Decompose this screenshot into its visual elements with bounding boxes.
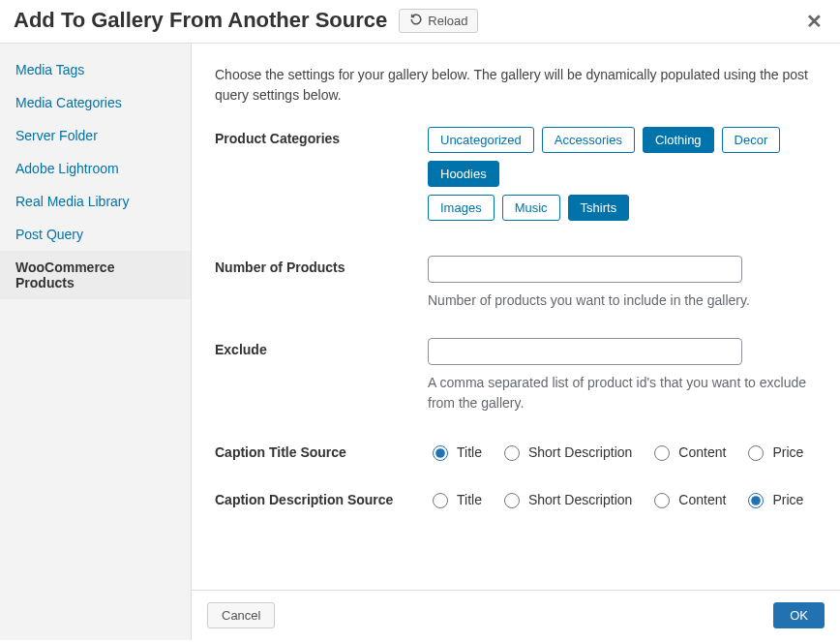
field-caption-title-source: Caption Title Source TitleShort Descript… [215,441,817,461]
sidebar-item-media-categories[interactable]: Media Categories [0,86,191,119]
caption-desc-radio-title[interactable] [433,493,448,508]
form-content: Choose the settings for your gallery bel… [192,44,840,590]
reload-label: Reload [428,14,467,28]
reload-button[interactable]: Reload [399,9,478,33]
sidebar-item-adobe-lightroom[interactable]: Adobe Lightroom [0,152,191,185]
caption-title-option-title[interactable]: Title [428,443,482,461]
category-decor[interactable]: Decor [722,127,781,153]
category-uncategorized[interactable]: Uncategorized [428,127,534,153]
sidebar-item-real-media-library[interactable]: Real Media Library [0,185,191,218]
sidebar: Media TagsMedia CategoriesServer FolderA… [0,44,192,640]
radio-label-text: Title [457,444,482,460]
field-label: Caption Description Source [215,488,428,507]
radio-label-text: Short Description [528,444,632,460]
sidebar-item-server-folder[interactable]: Server Folder [0,119,191,152]
caption-title-radio-price[interactable] [748,445,764,461]
caption-title-option-price[interactable]: Price [743,443,803,461]
category-images[interactable]: Images [428,195,495,221]
field-body: UncategorizedAccessoriesClothingDecorHoo… [428,127,817,229]
field-product-categories: Product Categories UncategorizedAccessor… [215,127,817,229]
caption-desc-radio-content[interactable] [654,493,670,508]
field-body: TitleShort DescriptionContentPrice [428,488,817,508]
caption-desc-option-short-description[interactable]: Short Description [499,490,632,508]
radio-label-text: Content [678,492,726,507]
caption-desc-option-content[interactable]: Content [649,490,726,508]
caption-desc-option-title[interactable]: Title [428,490,482,508]
close-icon[interactable]: ✕ [806,10,823,33]
ok-button[interactable]: OK [773,602,825,628]
intro-text: Choose the settings for your gallery bel… [215,65,817,106]
caption-title-option-content[interactable]: Content [649,443,726,461]
caption-title-radio-content[interactable] [654,445,670,461]
radio-label-text: Content [678,444,726,460]
caption-desc-option-price[interactable]: Price [743,490,803,508]
radio-label-text: Price [772,492,803,507]
field-number-of-products: Number of Products Number of products yo… [215,256,817,311]
field-label: Exclude [215,338,428,357]
number-of-products-input[interactable] [428,256,742,283]
field-label: Number of Products [215,256,428,275]
dialog-header: Add To Gallery From Another Source Reloa… [0,0,840,44]
help-text: A comma separated list of product id's t… [428,373,817,413]
page-title: Add To Gallery From Another Source [14,8,387,33]
reload-icon [409,13,423,29]
field-body: TitleShort DescriptionContentPrice [428,441,817,461]
category-music[interactable]: Music [502,195,560,221]
field-caption-description-source: Caption Description Source TitleShort De… [215,488,817,508]
category-tshirts[interactable]: Tshirts [568,195,630,221]
dialog-footer: Cancel OK [192,590,840,640]
radio-label-text: Price [772,444,803,460]
sidebar-item-media-tags[interactable]: Media Tags [0,53,191,86]
field-exclude: Exclude A comma separated list of produc… [215,338,817,413]
sidebar-item-woocommerce-products[interactable]: WooCommerce Products [0,251,191,299]
caption-title-option-short-description[interactable]: Short Description [499,443,632,461]
field-body: Number of products you want to include i… [428,256,817,311]
caption-title-radio-short-description[interactable] [504,445,520,461]
sidebar-item-post-query[interactable]: Post Query [0,218,191,251]
field-body: A comma separated list of product id's t… [428,338,817,413]
field-label: Caption Title Source [215,441,428,460]
caption-title-radio-title[interactable] [433,445,448,461]
field-label: Product Categories [215,127,428,146]
dialog-body: Media TagsMedia CategoriesServer FolderA… [0,44,840,640]
main-panel: Choose the settings for your gallery bel… [192,44,840,640]
caption-desc-radio-price[interactable] [748,493,764,508]
category-accessories[interactable]: Accessories [542,127,635,153]
category-clothing[interactable]: Clothing [643,127,714,153]
radio-label-text: Title [457,492,482,507]
category-hoodies[interactable]: Hoodies [428,161,499,187]
cancel-button[interactable]: Cancel [207,602,275,628]
radio-label-text: Short Description [528,492,632,507]
caption-desc-radio-short-description[interactable] [504,493,520,508]
exclude-input[interactable] [428,338,742,365]
help-text: Number of products you want to include i… [428,290,817,311]
